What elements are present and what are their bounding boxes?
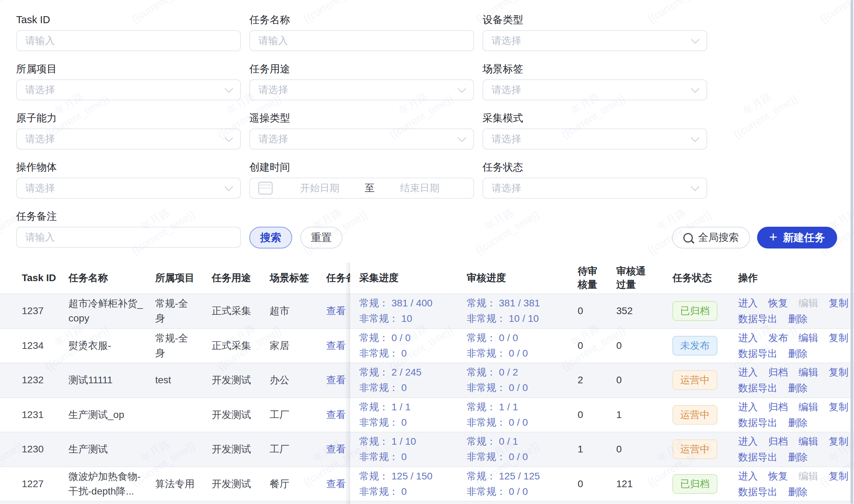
action-copy-link[interactable]: 复制 [829, 332, 848, 343]
action-edit-link[interactable]: 编辑 [799, 332, 818, 343]
chevron-down-icon [691, 133, 699, 142]
remark-view-link[interactable]: 查看 [326, 373, 346, 387]
filter-field-task-remark: 任务备注请输入 [16, 209, 241, 248]
created-time-range-picker[interactable]: 开始日期至结束日期 [249, 178, 474, 199]
cell-status: 运营中 [672, 398, 732, 432]
task-purpose-select[interactable]: 请选择 [249, 79, 474, 100]
reset-button[interactable]: 重置 [300, 227, 342, 248]
chevron-down-icon [458, 84, 466, 93]
action-export-link[interactable]: 数据导出 [738, 383, 777, 393]
action-edit-link: 编辑 [799, 471, 818, 482]
review-regular: 常规： 381 / 381 [467, 296, 540, 311]
vertical-scrollbar[interactable] [850, 0, 853, 504]
device-type-select[interactable]: 请选择 [482, 30, 707, 51]
cell-remark: 查看 [326, 294, 350, 328]
task-id-input[interactable]: 请输入 [16, 30, 241, 51]
task-status-select[interactable]: 请选择 [482, 178, 707, 199]
action-enter-link[interactable]: 进入 [738, 332, 758, 343]
action-archive-link[interactable]: 归档 [768, 367, 788, 378]
object-select[interactable]: 请选择 [16, 178, 241, 199]
task-table: Task ID任务名称所属项目任务用途场景标签任务备注采集进度审核进度待审核量审… [0, 263, 854, 504]
end-date-placeholder[interactable]: 结束日期 [375, 181, 465, 195]
scene-tag-select[interactable]: 请选择 [482, 79, 707, 100]
filter-field-task-purpose: 任务用途请选择 [249, 62, 474, 100]
watermark-name: 年月路 [0, 0, 18, 14]
remark-view-link[interactable]: 查看 [326, 443, 346, 456]
action-delete-link[interactable]: 删除 [788, 313, 808, 324]
task-remark-input[interactable]: 请输入 [16, 227, 241, 248]
status-badge: 已归档 [672, 474, 717, 494]
cell-collect-progress: 常规： 381 / 400非常规： 10 [359, 294, 465, 328]
cell-scene: 超市 [270, 294, 321, 328]
teleop-type-select[interactable]: 请选择 [249, 128, 474, 150]
search-button[interactable]: 搜索 [249, 227, 292, 248]
atomic-ability-select[interactable]: 请选择 [16, 128, 241, 150]
project-select[interactable]: 请选择 [16, 79, 241, 100]
action-enter-link[interactable]: 进入 [738, 471, 758, 482]
filter-label-task-remark: 任务备注 [16, 209, 241, 223]
start-date-placeholder[interactable]: 开始日期 [275, 181, 365, 195]
action-edit-link[interactable]: 编辑 [799, 402, 818, 412]
filter-label-teleop-type: 遥操类型 [249, 111, 474, 125]
cell-project: 常规-全身 [155, 329, 197, 363]
cell-task-name: 微波炉加热食物-干扰-depth降... [68, 467, 144, 501]
remark-view-link[interactable]: 查看 [326, 339, 346, 352]
action-enter-link[interactable]: 进入 [738, 402, 758, 412]
cell-task-id: 1237 [22, 294, 60, 328]
header-collect: 采集进度 [359, 263, 465, 293]
table-row: 1234熨烫衣服-常规-全身正式采集家居查看常规： 0 / 0非常规： 0常规：… [0, 329, 854, 364]
cell-task-name: 生产测试_op [68, 398, 144, 432]
action-enter-link[interactable]: 进入 [738, 436, 758, 447]
action-copy-link[interactable]: 复制 [829, 436, 848, 447]
collect-mode-select[interactable]: 请选择 [482, 128, 707, 150]
action-export-link[interactable]: 数据导出 [738, 452, 777, 463]
task-name-input[interactable]: 请输入 [249, 30, 474, 51]
task-management-page: 年月路{{current_time}}年月路{{current_time}}年月… [0, 0, 854, 504]
action-delete-link[interactable]: 删除 [788, 417, 808, 428]
action-copy-link[interactable]: 复制 [829, 298, 848, 309]
remark-view-link[interactable]: 查看 [326, 304, 346, 318]
action-copy-link[interactable]: 复制 [829, 402, 848, 412]
action-archive-link[interactable]: 归档 [768, 436, 788, 447]
action-copy-link[interactable]: 复制 [829, 367, 848, 378]
action-enter-link[interactable]: 进入 [738, 367, 758, 378]
remark-view-link[interactable]: 查看 [326, 477, 346, 491]
review-irregular: 非常规： 0 / 0 [467, 380, 528, 396]
cell-pending-count: 0 [578, 398, 600, 432]
filter-label-device-type: 设备类型 [482, 13, 707, 27]
action-export-link[interactable]: 数据导出 [738, 486, 777, 497]
action-delete-link[interactable]: 删除 [788, 452, 808, 463]
cell-task-id: 1231 [22, 398, 60, 432]
chevron-down-icon [224, 133, 233, 142]
action-delete-link[interactable]: 删除 [788, 486, 808, 497]
action-edit-link[interactable]: 编辑 [799, 367, 818, 378]
review-regular: 常规： 0 / 1 [467, 434, 528, 449]
filter-label-task-name: 任务名称 [249, 13, 474, 27]
collect-irregular: 非常规： 0 [359, 415, 410, 430]
cell-approved-count: 1 [616, 398, 655, 432]
action-restore-link[interactable]: 恢复 [768, 298, 788, 309]
chevron-down-icon [224, 183, 233, 191]
action-delete-link[interactable]: 删除 [788, 383, 808, 393]
cell-project: 常规-全身 [155, 294, 197, 328]
action-enter-link[interactable]: 进入 [738, 298, 758, 309]
action-edit-link[interactable]: 编辑 [799, 436, 818, 447]
new-task-button[interactable]: + 新建任务 [757, 227, 837, 248]
global-search-button[interactable]: 全局搜索 [672, 227, 750, 248]
new-task-label: 新建任务 [783, 231, 825, 245]
action-export-link[interactable]: 数据导出 [738, 313, 777, 324]
remark-view-link[interactable]: 查看 [326, 408, 346, 422]
placeholder: 请选择 [492, 181, 521, 195]
filter-label-created-time: 创建时间 [249, 160, 474, 174]
plus-icon: + [769, 230, 777, 244]
action-export-link[interactable]: 数据导出 [738, 348, 777, 359]
action-export-link[interactable]: 数据导出 [738, 417, 777, 428]
action-delete-link[interactable]: 删除 [788, 348, 808, 359]
action-publish-link[interactable]: 发布 [768, 332, 788, 343]
cell-approved-count: 352 [616, 294, 655, 328]
action-copy-link[interactable]: 复制 [829, 471, 848, 482]
cell-task-name: 超市冷鲜柜补货_copy [68, 294, 144, 328]
action-archive-link[interactable]: 归档 [768, 402, 788, 412]
watermark-text: 年月路{{current_time}} [808, 0, 854, 27]
action-restore-link[interactable]: 恢复 [768, 471, 788, 482]
